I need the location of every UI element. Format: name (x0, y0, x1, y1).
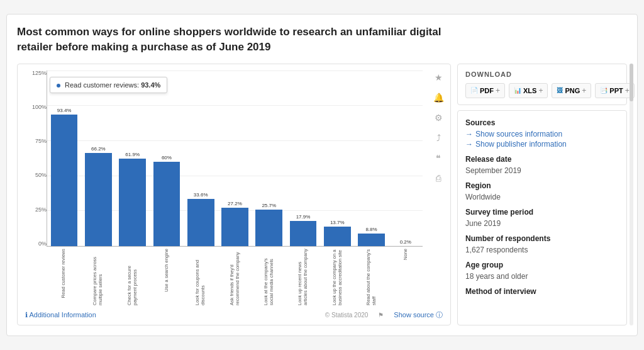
bar-value-8: 13.7% (330, 220, 345, 225)
tooltip-value: 93.4% (141, 81, 160, 89)
bar-value-4: 33.6% (194, 192, 208, 198)
download-png-button[interactable]: 🖼 PNG + (552, 83, 591, 98)
bar-value-9: 8.8% (365, 227, 377, 232)
bar-col-6[interactable]: 25.7% (253, 71, 285, 246)
y-tick-125: 125% (25, 71, 47, 76)
show-publisher-link[interactable]: → Show publisher information (465, 140, 619, 149)
release-date-value: September 2019 (465, 166, 619, 175)
additional-info-link[interactable]: ℹ Additional Information (25, 311, 96, 319)
bar-label-6: Look at the company's social media chann… (263, 249, 275, 305)
bar-value-1: 66.2% (91, 146, 106, 152)
bell-icon[interactable]: 🔔 (431, 91, 445, 104)
method-block: Method of interview (465, 287, 619, 296)
bar-8[interactable] (324, 227, 351, 246)
bar-col-9[interactable]: 8.8% (355, 71, 387, 246)
show-sources-link[interactable]: → Show sources information (465, 130, 619, 138)
pdf-icon: 📄 (470, 87, 478, 94)
download-section: DOWNLOAD 📄 PDF + 📊 XLS + 🖼 PNG (457, 64, 627, 105)
y-tick-0: 0% (25, 241, 47, 247)
bar-3[interactable] (153, 162, 180, 246)
share-icon[interactable]: ⤴ (431, 131, 445, 145)
bar-value-0: 93.4% (57, 108, 72, 113)
download-buttons: 📄 PDF + 📊 XLS + 🖼 PNG + (465, 83, 619, 98)
respondents-block: Number of respondents 1,627 respondents (465, 234, 619, 254)
flag-icon: ⚑ (378, 312, 384, 319)
chart-icon-bar: ★ 🔔 ⚙ ⤴ ❝ ⎙ (431, 71, 445, 185)
print-icon[interactable]: ⎙ (431, 171, 445, 185)
star-icon[interactable]: ★ (431, 71, 445, 84)
tooltip-label: Read customer reviews (65, 81, 137, 89)
region-title: Region (465, 181, 619, 190)
bar-label-col-9: Read about the company's staff (355, 249, 387, 305)
right-panel: DOWNLOAD 📄 PDF + 📊 XLS + 🖼 PNG (457, 64, 627, 325)
age-group-title: Age group (465, 261, 619, 269)
content-row: ★ 🔔 ⚙ ⤴ ❝ ⎙ 125% 100% 75% 50% 25% 0% (17, 64, 627, 325)
bar-value-6: 25.7% (262, 203, 276, 208)
show-sources-text[interactable]: Show sources information (475, 130, 562, 138)
age-group-value: 18 years and older (465, 272, 619, 281)
bar-col-8[interactable]: 13.7% (321, 71, 353, 246)
bar-col-1[interactable]: 66.2% (82, 71, 114, 246)
bar-col-4[interactable]: 33.6% (185, 71, 216, 246)
bar-value-7: 17.9% (296, 214, 311, 220)
download-xls-button[interactable]: 📊 XLS + (509, 83, 548, 98)
bar-label-col-0: Read customer reviews (48, 249, 79, 305)
bar-7[interactable] (290, 221, 317, 246)
ppt-icon: 📑 (600, 87, 608, 94)
survey-period-block: Survey time period June 2019 (465, 208, 619, 228)
pdf-plus: + (496, 86, 500, 95)
show-source-info-icon: ⓘ (436, 311, 443, 319)
bar-6[interactable] (255, 210, 282, 246)
y-tick-100: 100% (25, 104, 47, 110)
scrollbar[interactable] (630, 64, 633, 325)
main-container: Most common ways for online shoppers wor… (6, 14, 638, 336)
chart-tooltip: Read customer reviews: 93.4% (50, 77, 167, 93)
download-ppt-button[interactable]: 📑 PPT + (595, 83, 634, 98)
additional-info-text[interactable]: Additional Information (29, 311, 96, 319)
method-title: Method of interview (465, 287, 619, 296)
region-block: Region Worldwide (465, 181, 619, 201)
bar-4[interactable] (187, 199, 214, 246)
bar-label-2: Check for a secure payment process (126, 249, 138, 305)
survey-period-title: Survey time period (465, 208, 619, 217)
release-date-title: Release date (465, 155, 619, 164)
bar-col-5[interactable]: 27.2% (219, 71, 250, 246)
y-tick-50: 50% (25, 172, 47, 178)
bar-5[interactable] (221, 208, 248, 246)
bar-value-5: 27.2% (228, 201, 242, 206)
chart-footer: ℹ Additional Information © Statista 2020… (23, 310, 445, 320)
survey-period-value: June 2019 (465, 219, 619, 228)
gear-icon[interactable]: ⚙ (431, 111, 445, 125)
show-sources-arrow: → (465, 130, 473, 138)
copyright-text: © Statista 2020 (325, 312, 369, 319)
respondents-value: 1,627 respondents (465, 246, 619, 254)
bar-label-4: Look for coupons and discounts (194, 249, 206, 305)
download-title: DOWNLOAD (465, 71, 619, 78)
bar-label-col-3: Use a search engine (150, 249, 182, 305)
chart-panel: ★ 🔔 ⚙ ⤴ ❝ ⎙ 125% 100% 75% 50% 25% 0% (17, 64, 451, 325)
download-pdf-button[interactable]: 📄 PDF + (465, 83, 505, 98)
bar-2[interactable] (119, 159, 146, 246)
bar-col-2[interactable]: 61.9% (117, 71, 148, 246)
quote-icon[interactable]: ❝ (431, 151, 445, 165)
bar-label-col-10: None (390, 249, 421, 305)
bar-value-2: 61.9% (125, 152, 140, 157)
info-section: Sources → Show sources information → Sho… (457, 110, 627, 325)
bar-1[interactable] (85, 153, 112, 246)
show-source-link[interactable]: Show source ⓘ (394, 310, 443, 320)
bar-label-1: Compare prices across multiple sellers (92, 249, 104, 305)
bar-9[interactable] (358, 234, 385, 246)
show-publisher-arrow: → (465, 140, 473, 149)
xls-plus: + (538, 86, 543, 95)
show-publisher-text[interactable]: Show publisher information (475, 140, 567, 149)
xls-label: XLS (523, 87, 536, 94)
bar-0[interactable] (51, 115, 78, 246)
bar-col-7[interactable]: 17.9% (287, 71, 319, 246)
bar-label-col-7: Look up recent news articles about the c… (287, 249, 319, 305)
bar-col-3[interactable]: 60% (151, 71, 182, 246)
xls-icon: 📊 (514, 87, 521, 94)
scrollbar-thumb[interactable] (630, 64, 633, 101)
bar-col-10[interactable]: 0.2% (390, 71, 421, 246)
png-label: PNG (565, 87, 580, 94)
bar-col-0[interactable]: 93.4% (48, 71, 80, 246)
